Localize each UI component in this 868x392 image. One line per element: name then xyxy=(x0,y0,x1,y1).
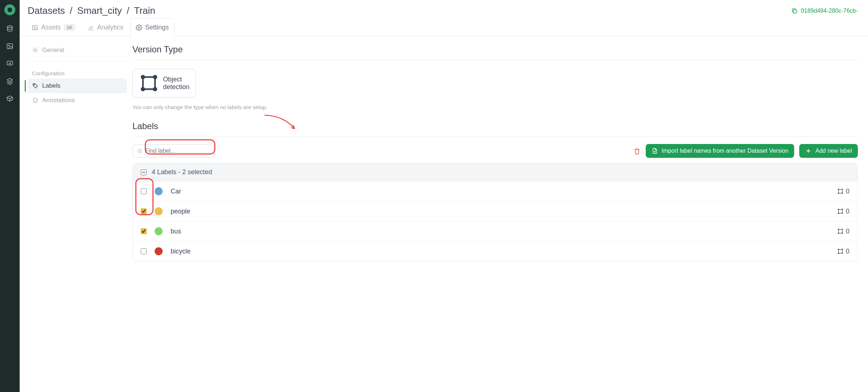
bounding-box-icon xyxy=(837,248,844,255)
version-type-heading: Version Type xyxy=(132,44,858,60)
svg-rect-10 xyxy=(143,77,155,89)
svg-rect-5 xyxy=(32,25,37,30)
table-row[interactable]: bus 0 xyxy=(133,221,857,241)
label-count: 0 xyxy=(837,248,849,255)
search-icon xyxy=(137,148,142,154)
svg-rect-1 xyxy=(7,44,13,48)
menu-annotations[interactable]: Annotations xyxy=(28,93,127,108)
label-name: people xyxy=(171,208,190,215)
label-count: 0 xyxy=(837,188,849,195)
svg-point-6 xyxy=(34,27,35,27)
bounding-box-icon xyxy=(837,188,844,195)
color-swatch xyxy=(155,247,163,255)
labels-heading: Labels xyxy=(132,121,858,137)
version-type-pill[interactable]: Object detection xyxy=(132,69,196,97)
labels-table: 4 Labels - 2 selected Car 0 people 0 bus… xyxy=(132,163,858,261)
import-labels-button[interactable]: Import label names from another Dataset … xyxy=(646,144,795,158)
table-row[interactable]: Car 0 xyxy=(133,181,857,201)
color-swatch xyxy=(155,227,163,235)
breadcrumb: Datasets / Smart_city / Train xyxy=(28,5,155,16)
plus-icon xyxy=(805,148,812,154)
database-icon[interactable] xyxy=(6,25,14,33)
svg-rect-4 xyxy=(793,10,797,13)
settings-panel: Version Type Object detection You can on… xyxy=(132,36,868,392)
chart-line-icon xyxy=(88,24,94,31)
version-id-text: 0189d494-280c-76cb- xyxy=(801,8,858,14)
tabs: Assets 1K Analytics Settings xyxy=(20,18,868,36)
search-input-wrap[interactable] xyxy=(132,144,214,157)
version-id[interactable]: 0189d494-280c-76cb- xyxy=(791,8,858,14)
package-icon[interactable] xyxy=(6,95,14,103)
menu-general[interactable]: General xyxy=(28,43,127,57)
label-name: bicycle xyxy=(171,248,191,255)
menu-labels[interactable]: Labels xyxy=(28,79,127,93)
color-swatch xyxy=(155,207,163,215)
row-checkbox[interactable] xyxy=(141,228,147,234)
config-section-label: Configuration xyxy=(28,65,127,79)
label-name: bus xyxy=(171,228,181,235)
color-swatch xyxy=(155,187,163,195)
svg-rect-31 xyxy=(839,249,843,253)
svg-point-8 xyxy=(35,49,36,51)
bounding-box-icon xyxy=(139,73,159,93)
select-all-checkbox[interactable] xyxy=(141,169,147,175)
label-name: Car xyxy=(171,188,181,195)
version-type-hint: You can only change the type when no lab… xyxy=(132,104,868,110)
search-input[interactable] xyxy=(145,148,209,154)
image-icon xyxy=(32,24,38,31)
table-row[interactable]: people 0 xyxy=(133,201,857,221)
gear-icon xyxy=(32,47,39,53)
left-rail xyxy=(0,0,20,392)
table-summary: 4 Labels - 2 selected xyxy=(152,168,212,176)
tab-settings[interactable]: Settings xyxy=(130,18,174,36)
bounding-box-icon xyxy=(837,228,844,235)
tab-assets[interactable]: Assets 1K xyxy=(26,18,81,36)
copy-icon xyxy=(791,8,798,14)
app-logo-icon[interactable] xyxy=(4,4,15,15)
row-checkbox[interactable] xyxy=(141,248,147,254)
pentagon-icon xyxy=(32,97,39,104)
svg-point-7 xyxy=(138,27,140,28)
breadcrumb-root[interactable]: Datasets xyxy=(28,5,65,16)
file-import-icon xyxy=(652,148,658,154)
breadcrumb-version[interactable]: Train xyxy=(134,5,155,16)
assets-count-badge: 1K xyxy=(64,24,75,31)
svg-point-15 xyxy=(138,149,141,152)
image-icon[interactable] xyxy=(6,42,14,50)
table-row[interactable]: bicycle 0 xyxy=(133,241,857,261)
label-count: 0 xyxy=(837,208,849,215)
settings-side-menu: General Configuration Labels Annotations xyxy=(20,36,132,392)
trash-icon xyxy=(633,147,641,155)
tag-icon xyxy=(32,83,39,89)
table-header: 4 Labels - 2 selected xyxy=(133,163,857,181)
row-checkbox[interactable] xyxy=(141,208,147,214)
gear-icon xyxy=(136,24,142,31)
svg-point-9 xyxy=(34,84,35,85)
presentation-icon[interactable] xyxy=(6,60,14,68)
label-count: 0 xyxy=(837,228,849,235)
row-checkbox[interactable] xyxy=(141,188,147,194)
svg-rect-16 xyxy=(839,189,843,193)
svg-rect-26 xyxy=(839,229,843,233)
svg-point-2 xyxy=(8,45,9,46)
svg-point-0 xyxy=(7,26,12,28)
svg-rect-21 xyxy=(839,209,843,213)
bounding-box-icon xyxy=(837,208,844,215)
tab-analytics[interactable]: Analytics xyxy=(82,18,129,36)
breadcrumb-project[interactable]: Smart_city xyxy=(77,5,122,16)
add-label-button[interactable]: Add new label xyxy=(799,144,858,158)
layers-icon[interactable] xyxy=(6,77,14,85)
delete-selected-button[interactable] xyxy=(633,147,641,155)
